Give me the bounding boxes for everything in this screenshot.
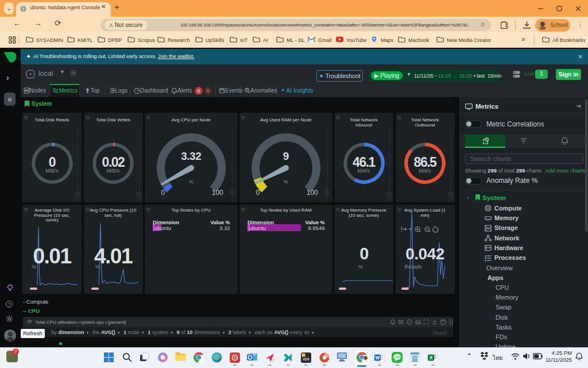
svg-text:LINE: LINE bbox=[394, 356, 400, 359]
svg-text:X: X bbox=[429, 355, 432, 361]
svg-text:W: W bbox=[375, 355, 380, 361]
svg-text:x64: x64 bbox=[303, 357, 309, 361]
